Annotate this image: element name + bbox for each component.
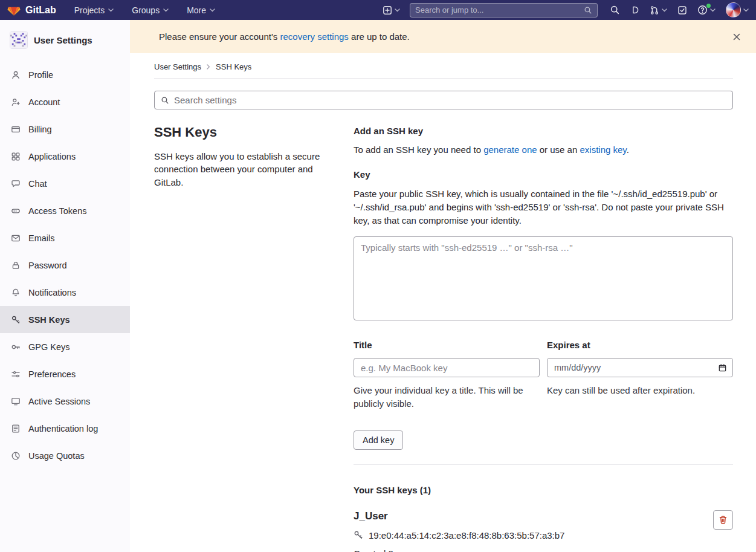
plus-square-icon [383,5,392,15]
existing-key-link[interactable]: existing key [580,144,626,155]
chevron-down-icon [743,8,749,12]
ssh-key-form-area: Add an SSH key To add an SSH key you nee… [354,125,733,552]
sidebar-header: User Settings [0,20,130,61]
sidebar-item-chat[interactable]: Chat [0,170,130,197]
add-key-button[interactable]: Add key [354,430,403,450]
sidebar-item-notifications[interactable]: Notifications [0,279,130,306]
sidebar-item-profile[interactable]: Profile [0,61,130,88]
notification-dot [706,4,711,8]
preferences-icon [11,369,21,379]
nav-projects[interactable]: Projects [74,5,114,15]
chevron-down-icon [163,8,169,12]
search-icon [610,5,620,15]
title-field-label: Title [354,340,540,350]
sidebar-item-ssh-keys[interactable]: SSH Keys [0,306,130,333]
sidebar-item-applications[interactable]: Applications [0,143,130,170]
nav-more[interactable]: More [187,5,215,15]
sidebar-item-account[interactable]: Account [0,88,130,115]
todos-icon [677,5,687,15]
settings-search-input[interactable] [174,95,726,105]
sidebar-item-gpg-keys[interactable]: GPG Keys [0,333,130,360]
sidebar-item-emails[interactable]: Emails [0,224,130,252]
close-icon [733,33,740,41]
chat-icon [11,179,21,189]
key-field-label: Key [354,169,733,180]
global-search[interactable] [410,3,598,18]
billing-icon [11,125,21,134]
recovery-settings-link[interactable]: recovery settings [280,31,348,42]
brand-name: GitLab [25,5,56,16]
emails-icon [11,233,21,243]
key-created: Created 2 years ago [354,548,564,552]
applications-icon [11,152,21,161]
sidebar-item-authentication-log[interactable]: Authentication log [0,415,130,442]
search-button[interactable] [610,5,620,15]
user-menu-button[interactable] [726,2,749,18]
breadcrumb: User Settings SSH Keys [154,53,733,79]
ssh-key-details: J_User 19:e0:44:a5:14:c2:3a:e8:f8:48:8b:… [354,510,564,552]
sidebar-item-billing[interactable]: Billing [0,115,130,143]
user-avatar [726,2,741,18]
usage-quotas-icon [11,451,21,461]
your-ssh-keys-heading: Your SSH keys (1) [354,485,733,495]
section-intro: SSH Keys SSH keys allow you to establish… [154,125,335,552]
nav-groups[interactable]: Groups [132,5,169,15]
alert-close-button[interactable] [731,31,743,43]
sidebar-item-access-tokens[interactable]: Access Tokens [0,197,130,224]
sidebar-item-active-sessions[interactable]: Active Sessions [0,388,130,415]
chevron-right-icon [207,64,210,70]
title-input[interactable] [354,358,540,377]
ssh-key-textarea[interactable] [354,236,733,320]
gitlab-logo-icon [7,4,21,16]
active-sessions-icon [11,397,21,406]
new-menu-button[interactable] [383,5,400,15]
sidebar-title: User Settings [34,35,92,45]
recovery-alert: Please ensure your account's recovery se… [130,20,756,53]
chevron-down-icon [210,8,215,12]
issues-icon [630,5,639,15]
ssh-keys-icon [11,315,21,325]
calendar-icon[interactable] [718,363,727,372]
expires-field-label: Expires at [547,340,733,350]
section-divider [354,464,733,465]
chevron-down-icon [710,8,716,12]
authentication-log-icon [11,424,21,433]
user-identicon-avatar [10,31,28,49]
key-icon [354,530,363,540]
chevron-down-icon [108,8,114,12]
delete-key-button[interactable] [713,510,733,530]
global-search-input[interactable] [415,5,579,15]
date-placeholder: mm/dd/yyyy [554,363,601,372]
sidebar-item-preferences[interactable]: Preferences [0,360,130,388]
sidebar-item-usage-quotas[interactable]: Usage Quotas [0,442,130,469]
sidebar-item-password[interactable]: Password [0,252,130,279]
expires-date-input[interactable]: mm/dd/yyyy [547,358,733,377]
chevron-down-icon [662,8,667,12]
settings-search[interactable] [154,91,733,109]
title-field-help: Give your individual key a title. This w… [354,384,540,410]
gitlab-home-link[interactable]: GitLab [7,4,56,16]
gpg-keys-icon [11,342,21,352]
access-tokens-icon [11,206,21,216]
generate-one-link[interactable]: generate one [483,144,537,155]
page-description: SSH keys allow you to establish a secure… [154,150,335,189]
issues-button[interactable] [630,5,639,15]
notifications-icon [11,288,21,297]
merge-request-icon [650,5,659,15]
help-button[interactable] [697,5,716,15]
key-name[interactable]: J_User [354,510,564,522]
breadcrumb-ssh-keys: SSH Keys [216,62,251,71]
add-ssh-key-heading: Add an SSH key [354,126,733,136]
top-navbar: GitLab Projects Groups More [0,0,756,20]
breadcrumb-user-settings[interactable]: User Settings [154,62,201,71]
primary-nav: Projects Groups More [74,5,215,15]
expires-field-help: Key can still be used after expiration. [547,384,733,397]
search-icon [161,96,169,105]
account-icon [11,97,21,107]
page-title: SSH Keys [154,125,335,140]
password-icon [11,261,21,270]
todos-button[interactable] [677,5,687,15]
search-icon [584,6,592,15]
navbar-actions [610,2,749,18]
merge-requests-button[interactable] [650,5,667,15]
